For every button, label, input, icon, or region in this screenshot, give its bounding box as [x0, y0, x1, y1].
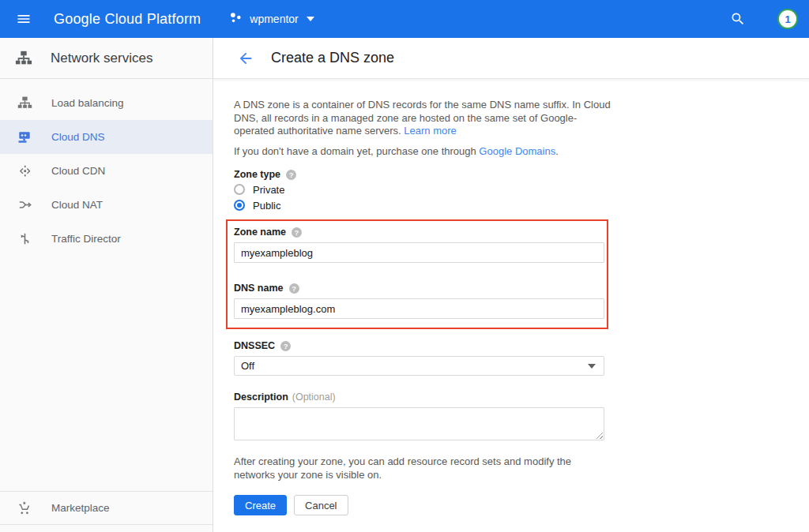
domain-suffix: . — [555, 145, 559, 157]
field-gap — [234, 263, 604, 272]
project-name: wpmentor — [250, 13, 298, 25]
learn-more-link[interactable]: Learn more — [404, 125, 456, 137]
create-dns-zone-form: A DNS zone is a container of DNS records… — [213, 79, 809, 532]
sidebar-item-traffic-director[interactable]: Traffic Director — [0, 222, 213, 256]
project-switcher-icon — [229, 11, 243, 28]
traffic-director-icon — [17, 231, 32, 246]
sidebar-item-label: Cloud NAT — [51, 199, 103, 211]
sidebar: Network services Load balancing — [0, 38, 213, 532]
help-icon[interactable] — [292, 227, 302, 238]
page-body: Network services Load balancing — [0, 38, 809, 532]
highlight-annotation-box: Zone name DNS name — [226, 219, 608, 329]
account-avatar[interactable]: 1 — [777, 9, 798, 29]
dnssec-label: DNSSEC — [234, 340, 275, 351]
page-title: Create a DNS zone — [271, 50, 394, 66]
main-header: Create a DNS zone — [213, 38, 809, 79]
sidebar-item-cloud-nat[interactable]: Cloud NAT — [0, 188, 213, 222]
dnssec-label-row: DNSSEC — [234, 340, 809, 351]
zone-type-label-row: Zone type — [234, 169, 809, 180]
sidebar-item-label: Load balancing — [51, 97, 124, 109]
network-services-icon — [15, 50, 32, 67]
zone-name-label-row: Zone name — [234, 227, 604, 238]
sidebar-header: Network services — [0, 38, 213, 79]
zone-name-input[interactable] — [234, 242, 604, 263]
sidebar-item-cloud-dns[interactable]: Cloud DNS — [0, 120, 213, 154]
sidebar-item-label: Cloud CDN — [51, 165, 105, 177]
sidebar-item-label: Traffic Director — [51, 233, 121, 245]
cloud-dns-icon — [17, 129, 32, 145]
cancel-button[interactable]: Cancel — [294, 495, 348, 515]
zone-type-option-private: Private — [234, 183, 809, 196]
description-label-row: Description (Optional) — [234, 392, 809, 403]
radio-public[interactable] — [234, 200, 245, 211]
cloud-nat-icon — [17, 197, 32, 212]
dnssec-selected-value: Off — [241, 360, 254, 372]
hamburger-menu-icon[interactable] — [16, 10, 33, 28]
description-textarea[interactable] — [234, 407, 604, 440]
dnssec-select[interactable]: Off — [234, 356, 604, 376]
google-domains-link[interactable]: Google Domains — [479, 145, 555, 157]
dropdown-arrow-icon — [588, 364, 596, 369]
project-selector[interactable]: wpmentor — [229, 11, 314, 28]
sidebar-nav: Load balancing Cloud DNS — [0, 79, 213, 256]
dns-name-label: DNS name — [234, 283, 284, 294]
dns-name-input[interactable] — [234, 298, 604, 319]
intro-paragraph: A DNS zone is a container of DNS records… — [234, 99, 615, 138]
load-balancing-icon — [17, 96, 32, 111]
domain-text: If you don't have a domain yet, purchase… — [234, 145, 479, 157]
radio-public-label: Public — [253, 200, 280, 212]
gcp-console-window: Google Cloud Platform wpmentor 1 — [0, 0, 809, 532]
chevron-down-icon — [307, 17, 314, 21]
form-actions: Create Cancel — [234, 495, 809, 515]
zone-type-label: Zone type — [234, 169, 280, 180]
help-icon[interactable] — [286, 170, 296, 180]
radio-private-label: Private — [253, 184, 284, 196]
search-icon[interactable] — [730, 11, 746, 27]
avatar-badge: 1 — [785, 13, 790, 25]
main-panel: Create a DNS zone A DNS zone is a contai… — [213, 38, 809, 532]
top-bar: Google Cloud Platform wpmentor 1 — [0, 0, 809, 38]
sidebar-item-load-balancing[interactable]: Load balancing — [0, 86, 213, 120]
domain-paragraph: If you don't have a domain yet, purchase… — [234, 145, 615, 159]
sidebar-item-label: Cloud DNS — [51, 131, 105, 143]
zone-type-option-public: Public — [234, 199, 809, 212]
sidebar-item-label: Marketplace — [51, 502, 110, 514]
sidebar-item-marketplace[interactable]: Marketplace — [0, 491, 213, 525]
help-icon[interactable] — [289, 283, 299, 294]
zone-name-label: Zone name — [234, 227, 286, 238]
description-textarea-wrap — [234, 407, 604, 440]
dns-name-label-row: DNS name — [234, 283, 604, 294]
product-name: Google Cloud Platform — [54, 11, 201, 28]
sidebar-title: Network services — [51, 51, 152, 66]
after-create-note: After creating your zone, you can add re… — [234, 455, 615, 481]
radio-private[interactable] — [234, 184, 245, 195]
cloud-cdn-icon — [17, 163, 32, 178]
help-icon[interactable] — [280, 341, 291, 351]
sidebar-item-cloud-cdn[interactable]: Cloud CDN — [0, 154, 213, 188]
marketplace-cart-icon — [17, 500, 32, 515]
description-label: Description — [234, 392, 288, 403]
create-button[interactable]: Create — [234, 495, 287, 515]
back-arrow-icon[interactable] — [237, 50, 254, 67]
description-optional-hint: (Optional) — [292, 392, 336, 403]
